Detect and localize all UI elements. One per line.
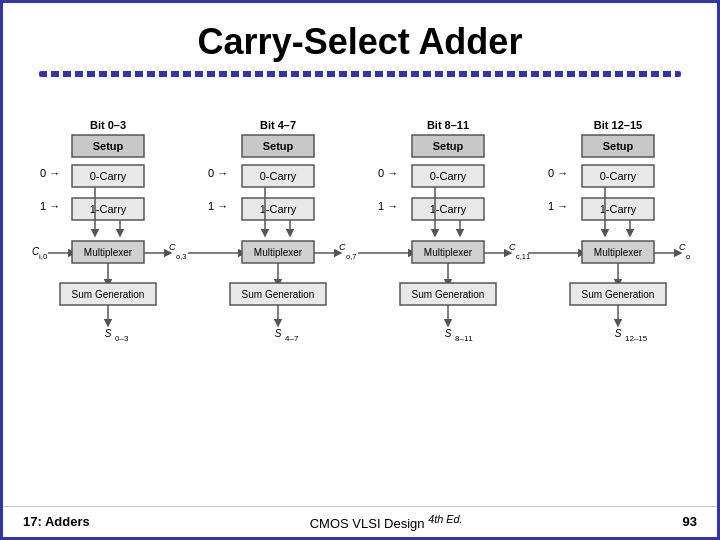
svg-text:4–7: 4–7: [285, 334, 299, 343]
svg-text:0-Carry: 0-Carry: [260, 170, 297, 182]
svg-text:1 →: 1 →: [548, 200, 568, 212]
svg-text:Multiplexer: Multiplexer: [594, 247, 643, 258]
svg-text:Sum Generation: Sum Generation: [242, 289, 315, 300]
svg-text:Sum Generation: Sum Generation: [582, 289, 655, 300]
svg-text:o,3: o,3: [176, 252, 186, 261]
svg-text:0-Carry: 0-Carry: [90, 170, 127, 182]
svg-text:C: C: [339, 242, 346, 252]
svg-text:Setup: Setup: [263, 140, 294, 152]
svg-text:C: C: [679, 242, 686, 252]
svg-text:Bit 4–7: Bit 4–7: [260, 119, 296, 131]
svg-text:Setup: Setup: [603, 140, 634, 152]
svg-text:S: S: [615, 328, 622, 339]
svg-text:12–15: 12–15: [625, 334, 648, 343]
svg-text:0 →: 0 →: [40, 167, 60, 179]
page: Carry-Select Adder Bit 0–3 Setup 0 → 0-C…: [0, 0, 720, 540]
svg-text:1 →: 1 →: [208, 200, 228, 212]
svg-text:1 →: 1 →: [40, 200, 60, 212]
diagram-svg: Bit 0–3 Setup 0 → 0-Carry 1 → 1-Carry C …: [30, 115, 690, 475]
svg-text:0-Carry: 0-Carry: [600, 170, 637, 182]
svg-text:Sum Generation: Sum Generation: [72, 289, 145, 300]
svg-text:S: S: [275, 328, 282, 339]
svg-text:Setup: Setup: [93, 140, 124, 152]
svg-text:o,7: o,7: [346, 252, 356, 261]
svg-text:0–3: 0–3: [115, 334, 129, 343]
svg-text:Multiplexer: Multiplexer: [84, 247, 133, 258]
svg-text:Bit 12–15: Bit 12–15: [594, 119, 642, 131]
svg-text:8–11: 8–11: [455, 334, 473, 343]
footer-edition: 4th Ed.: [428, 513, 462, 525]
svg-text:Multiplexer: Multiplexer: [424, 247, 473, 258]
footer-right: 93: [683, 514, 697, 529]
svg-text:1 →: 1 →: [378, 200, 398, 212]
footer-center-text: CMOS VLSI Design: [310, 516, 425, 531]
page-title: Carry-Select Adder: [3, 3, 717, 71]
svg-text:C: C: [509, 242, 516, 252]
svg-text:C: C: [169, 242, 176, 252]
footer-center: CMOS VLSI Design 4th Ed.: [310, 513, 463, 531]
svg-text:Bit 8–11: Bit 8–11: [427, 119, 469, 131]
svg-text:S: S: [105, 328, 112, 339]
svg-text:0 →: 0 →: [208, 167, 228, 179]
svg-text:Multiplexer: Multiplexer: [254, 247, 303, 258]
svg-text:0 →: 0 →: [378, 167, 398, 179]
diagram-container: Bit 0–3 Setup 0 → 0-Carry 1 → 1-Carry C …: [3, 85, 717, 506]
svg-text:Setup: Setup: [433, 140, 464, 152]
svg-text:i,0: i,0: [39, 252, 48, 261]
footer-left: 17: Adders: [23, 514, 90, 529]
svg-text:0-Carry: 0-Carry: [430, 170, 467, 182]
svg-text:0 →: 0 →: [548, 167, 568, 179]
footer: 17: Adders CMOS VLSI Design 4th Ed. 93: [3, 506, 717, 537]
title-divider: [39, 71, 682, 77]
bit-label-0: Bit 0–3: [90, 119, 126, 131]
svg-text:o,15: o,15: [686, 252, 690, 261]
svg-text:Sum Generation: Sum Generation: [412, 289, 485, 300]
svg-text:S: S: [445, 328, 452, 339]
